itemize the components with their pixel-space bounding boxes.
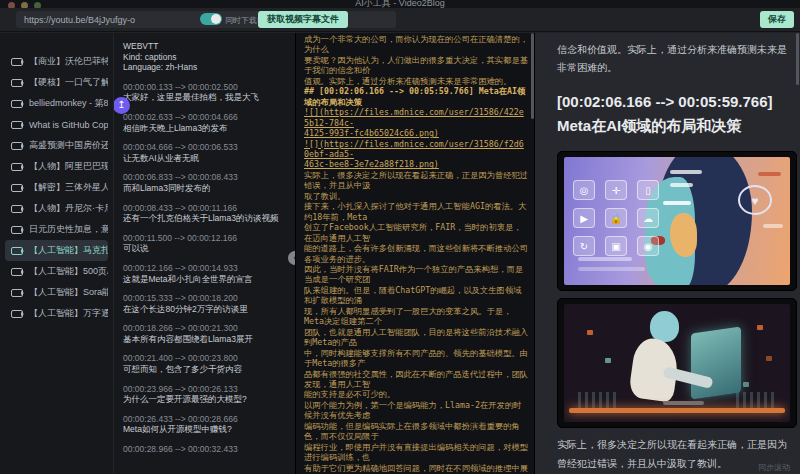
- preview-scrollbar-thumb[interactable]: [796, 33, 799, 85]
- heart-badge-icon: ♥: [738, 185, 772, 215]
- sidebar-video-item-label: 日元历史性加息，意味...: [29, 223, 108, 236]
- subtitle-panel[interactable]: WEBVTT Kind: captions Language: zh-Hans …: [113, 33, 295, 474]
- illustration-icon-grid: ◎ ✛ ▯ ▶ 🔒 ☁ ↻ ▣ ◉: [573, 180, 659, 256]
- sidebar-video-item-label: 【解密】三体外星人木...: [29, 181, 108, 194]
- editor-line: ## [00:02:06.166 --> 00:05:59.766] Meta在…: [304, 86, 528, 107]
- cue-timestamp: 00:00:11.500 --> 00:00:12.166: [123, 233, 295, 244]
- refresh-icon: ↻: [573, 236, 595, 256]
- cue-timestamp: 00:00:00.133 --> 00:00:02.500: [123, 82, 295, 93]
- sidebar-video-item[interactable]: 【人工智能】500页AI报...: [5, 261, 108, 282]
- chevron-left-icon: ‹: [293, 251, 295, 263]
- illustration-screen-shape: [691, 326, 741, 399]
- subtitle-cue: 00:00:04.666 --> 00:00:06.533 让无数AI从业者无眠: [123, 142, 295, 163]
- cue-text: 可想而知，包含了多少干货内容: [123, 364, 295, 375]
- video-camera-icon: [11, 226, 23, 234]
- cue-timestamp: 00:00:04.666 --> 00:00:06.533: [123, 142, 295, 153]
- editor-line: 接下来，小扎深入探讨了他对于通用人工智能AGI的看法。大约18年前，Meta: [304, 201, 528, 222]
- editor-content: 成为一个非常大的公司，而你认为现在的公司在正确清楚的，为什么要卖呢？因为他认为，…: [304, 34, 528, 474]
- sidebar-video-item[interactable]: belliedmonkey - 第87...: [5, 93, 108, 114]
- sidebar-video-item-label: belliedmonkey - 第87...: [29, 97, 108, 110]
- cue-text: 而和Llama3同时发布的: [123, 183, 295, 194]
- subtitle-cue: 00:00:00.133 --> 00:00:02.500 大家好，这里是最佳拍…: [123, 82, 295, 103]
- cue-text: 基本所有内容都围绕着Llama3展开: [123, 334, 295, 345]
- video-camera-icon: [11, 163, 23, 171]
- sidebar-video-item[interactable]: 【人物】阿里巴巴现在...: [5, 156, 108, 177]
- editor-line: 现，所有人都明显感受到了一股巨大的变革之风。于是，Meta决定组建第二个: [304, 306, 528, 327]
- collapse-panel-button[interactable]: ‹: [288, 251, 295, 265]
- sidebar-video-item-label: 【人物】阿里巴巴现在...: [29, 160, 108, 173]
- editor-line: 有助于它们更为精确地回答问题，同时在不同领域的推理中展现出卓越的能力。: [304, 463, 528, 474]
- cue-timestamp: 00:00:06.833 --> 00:00:08.433: [123, 172, 295, 183]
- lock-icon: 🔒: [605, 208, 627, 228]
- editor-line: 创立了Facebook人工智能研究所，FAIR，当时的初衷是，在迈向通用人工智: [304, 222, 528, 243]
- fetch-subtitles-button[interactable]: 获取视频字幕文件: [258, 11, 348, 28]
- sidebar-video-item[interactable]: 高盛预测中国房价还将...: [5, 135, 108, 156]
- sync-scroll-label[interactable]: 同步滚动: [758, 462, 790, 473]
- sidebar-video-item-label: 【人工智能】Sora能否...: [29, 286, 108, 299]
- editor-line: 团队，也就是通用人工智能团队，目的是将这些前沿技术融入到Meta的产品: [304, 327, 528, 348]
- editor-line: 4125-993f-fc4b65024c66.png): [304, 128, 528, 138]
- annotation-bar: [670, 183, 693, 187]
- circuit-chip-shape: [743, 382, 749, 387]
- subtitle-cue: 00:00:15.333 --> 00:00:18.200 在这个长达80分钟2…: [123, 293, 295, 314]
- video-camera-icon: [11, 268, 23, 276]
- cue-text: 在这个长达80分钟2万字的访谈里: [123, 304, 295, 315]
- sidebar-video-item[interactable]: 【商业】沃伦巴菲特20...: [5, 51, 108, 72]
- video-camera-icon: [11, 310, 23, 318]
- annotation-bar: [578, 267, 646, 271]
- preview-image-2: [557, 298, 797, 428]
- video-camera-icon: [11, 205, 23, 213]
- subtitle-cue: 00:00:06.833 --> 00:00:08.433 而和Llama3同时…: [123, 172, 295, 193]
- subtitle-cue-list: 00:00:00.133 --> 00:00:02.500 大家好，这里是最佳拍…: [123, 82, 295, 455]
- keyboard-shape: [663, 401, 704, 405]
- sidebar-video-item[interactable]: 【硬核】一口气了解黄...: [5, 72, 108, 93]
- video-list-sidebar: 【商业】沃伦巴菲特20... 【硬核】一口气了解黄... belliedmonk…: [0, 33, 113, 474]
- editor-line: 中，同时构建能够支撑所有不同产品的、领先的基础模型。由于Meta的很多产: [304, 348, 528, 369]
- video-camera-icon: [11, 184, 23, 192]
- markdown-editor[interactable]: 成为一个非常大的公司，而你认为现在的公司在正确清楚的，为什么要卖呢？因为他认为，…: [295, 33, 534, 474]
- sidebar-video-item-label: 【商业】沃伦巴菲特20...: [29, 55, 108, 68]
- subtitle-cue: 00:00:23.966 --> 00:00:26.133 为什么一定要开源最强…: [123, 384, 295, 405]
- cue-timestamp: 00:00:28.966 --> 00:00:32.433: [123, 444, 295, 455]
- sidebar-video-item[interactable]: 【人工智能】马克扎克...: [5, 240, 108, 261]
- cue-timestamp: 00:00:18.266 --> 00:00:21.300: [123, 323, 295, 334]
- cue-timestamp: 00:00:23.966 --> 00:00:26.133: [123, 384, 295, 395]
- subtitle-file-header: WEBVTT Kind: captions Language: zh-Hans: [123, 41, 295, 73]
- editor-line: 能的道路上，会有许多创新涌现，而这些创新将不断推动公司各项业务的进步。: [304, 243, 528, 264]
- editor-line: 463c-bee8-3e7e2a88f218.png): [304, 159, 528, 169]
- editor-line: 取了教训。: [304, 191, 528, 201]
- cue-text: 这就是Meta和小扎向全世界的宣言: [123, 274, 295, 285]
- editor-line: ![](https://files.mdnice.com/user/31586/…: [304, 107, 528, 128]
- editor-line: 编程行业，即使用户并没有直接提出编码相关的问题，对模型进行编码训练，也: [304, 442, 528, 463]
- cross-icon: ✛: [605, 180, 627, 200]
- sidebar-video-item[interactable]: What is GitHub Copilot...: [5, 114, 108, 135]
- subtitle-cue: 00:00:21.400 --> 00:00:23.800 可想而知，包含了多少…: [123, 353, 295, 374]
- circuit-chip-shape: [757, 325, 763, 330]
- sidebar-video-item[interactable]: 【人工智能】Sora能否...: [5, 282, 108, 303]
- save-button[interactable]: 保存: [760, 11, 794, 28]
- editor-line: 实际上，很多决定之所以现在看起来正确，正是因为曾经犯过错误，并且从中汲: [304, 170, 528, 191]
- sidebar-video-item[interactable]: 【人物】丹尼尔·卡尼曼 ...: [5, 198, 108, 219]
- video-camera-icon: [11, 121, 23, 129]
- window-title: AI小工具 - Video2Blog: [0, 0, 800, 8]
- video-camera-icon: [11, 289, 23, 297]
- cue-text: 相信昨天晚上Llama3的发布: [123, 123, 295, 134]
- sidebar-video-item[interactable]: 【人工智能】万字通俗...: [5, 303, 108, 324]
- sidebar-video-item[interactable]: 【解密】三体外星人木...: [5, 177, 108, 198]
- markdown-preview: 信念和价值观。实际上，通过分析来准确预测未来是非常困难的。 [00:02:06.…: [534, 33, 800, 474]
- export-button[interactable]: ↥: [113, 97, 130, 114]
- circuit-chip-shape: [605, 358, 611, 363]
- circuit-chip-shape: [766, 356, 772, 361]
- sidebar-video-item[interactable]: 日元历史性加息，意味...: [5, 219, 108, 240]
- equalizer-bars-shape: [578, 392, 618, 408]
- video-camera-icon: [11, 58, 23, 66]
- download-video-toggle[interactable]: [200, 13, 222, 25]
- annotation-bar: [758, 172, 781, 176]
- sidebar-video-item-label: 【人物】丹尼尔·卡尼曼 ...: [29, 202, 108, 215]
- cue-timestamp: 00:00:08.433 --> 00:00:11.166: [123, 203, 295, 214]
- editor-line: 要卖呢？因为他认为，人们做出的很多重大决定，其实都是基于我们的信念和价: [304, 55, 528, 76]
- circuit-chip-shape: [587, 330, 593, 335]
- editor-line: 品都有很强的社交属性，因此在不断的产品迭代过程中，团队发现，通用人工智: [304, 369, 528, 390]
- sidebar-video-item-label: 【硬核】一口气了解黄...: [29, 76, 108, 89]
- cue-timestamp: 00:00:15.333 --> 00:00:18.200: [123, 293, 295, 304]
